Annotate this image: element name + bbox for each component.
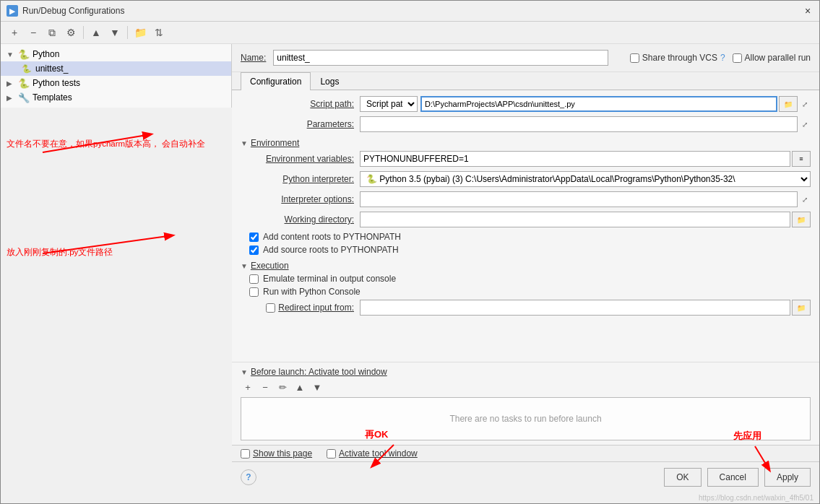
share-vcs-label: Share through VCS ? [630,53,725,63]
svg-line-1 [43,134,151,152]
name-row: Name: Share through VCS ? Allow parallel… [232,44,819,72]
script-path-input[interactable] [420,96,777,112]
env-vars-browse-button[interactable]: ≡ [792,151,811,167]
before-launch-title: Before launch: Activate tool window [251,367,387,377]
cancel-button[interactable]: Cancel [707,468,759,487]
working-dir-row: Working directory: 📁 [241,212,811,227]
show-options-checkbox[interactable] [241,449,250,459]
exec-section-arrow[interactable]: ▼ [241,262,248,270]
interpreter-options-expand[interactable]: ⤢ [799,194,811,205]
app-icon: ▶ [7,5,18,17]
tree-item-python-tests[interactable]: ▶ 🐍 Python tests [1,76,231,90]
before-launch-header: ▼ Before launch: Activate tool window [241,367,811,377]
python-interpreter-row: Python interpreter: 🐍 Python 3.5 (pybai)… [241,171,811,187]
add-content-roots-checkbox[interactable] [249,233,259,242]
parameters-input[interactable] [360,116,798,132]
redirect-input-browse[interactable]: 📁 [792,300,811,316]
apply-button[interactable]: Apply [764,468,811,487]
watermark: https://blog.csdn.net/walxin_4fh5/01 [1,492,819,503]
exec-section-title: Execution [251,261,289,271]
ok-button[interactable]: OK [664,468,701,487]
annotation-path-note: 放入刚刚复制的.py文件路径 [7,246,113,258]
expand-icon-templates: ▶ [7,94,15,102]
activate-toolwindow-label: Activate tool window [327,448,418,459]
name-label: Name: [241,53,266,63]
folder-button[interactable]: 📁 [132,25,148,40]
allow-parallel-label: Allow parallel run [733,53,811,63]
add-source-roots-checkbox[interactable] [249,246,259,255]
redirect-input-field[interactable] [360,300,790,316]
add-source-roots-row: Add source roots to PYTHONPATH [249,245,811,255]
add-source-roots-label: Add source roots to PYTHONPATH [263,245,399,255]
working-dir-browse-button[interactable]: 📁 [792,212,811,227]
footer-right: OK Cancel Apply 先应用 [664,468,811,487]
script-type-select[interactable]: Script path Module name [360,96,418,112]
templates-icon: 🔧 [18,92,30,103]
working-dir-input[interactable] [360,212,790,227]
bl-remove-button[interactable]: − [258,380,272,394]
help-button[interactable]: ? [241,469,256,485]
templates-label: Templates [33,92,72,103]
emulate-terminal-row: Emulate terminal in output console [249,274,811,284]
window-title: Run/Debug Configurations [22,6,124,16]
config-tabs: Configuration Logs [232,72,819,90]
bl-up-button[interactable]: ▲ [293,380,307,394]
script-path-browse-button[interactable]: 📁 [779,96,798,112]
activate-toolwindow-checkbox[interactable] [327,449,336,459]
annotation-file-note: 文件名不要在意，如果pycharm版本高， 会自动补全 [7,138,205,150]
expand-icon-python: ▼ [7,51,15,58]
parameters-row: Parameters: ⤢ [241,116,811,132]
settings-button[interactable]: ⚙ [63,25,79,40]
bl-down-button[interactable]: ▼ [310,380,324,394]
share-vcs-checkbox[interactable] [630,53,639,63]
tree-item-python[interactable]: ▼ 🐍 Python [1,47,231,61]
left-panel: ▼ 🐍 Python 🐍 unittest_ ▶ 🐍 Python tests [1,44,232,108]
add-config-button[interactable]: + [7,25,22,40]
script-path-row: Script path: Script path Module name 📁 ⤢ [241,96,811,112]
env-vars-label: Environment variables: [241,154,360,164]
working-dir-label: Working directory: [241,214,360,225]
config-tree[interactable]: ▼ 🐍 Python 🐍 unittest_ ▶ 🐍 Python tests [1,44,231,108]
python-group-label: Python [33,49,59,59]
copy-config-button[interactable]: ⧉ [44,25,60,40]
move-down-button[interactable]: ▼ [107,25,123,40]
python-interpreter-select[interactable]: 🐍 Python 3.5 (pybai) (3) C:\Users\Admini… [360,171,811,187]
config-area: Script path: Script path Module name 📁 ⤢… [232,90,819,362]
bl-edit-button[interactable]: ✏ [275,380,290,394]
parameters-expand-button[interactable]: ⤢ [799,118,811,130]
tab-logs[interactable]: Logs [311,72,348,90]
tree-item-unittest[interactable]: 🐍 unittest_ [1,61,231,76]
interpreter-options-input[interactable] [360,191,798,207]
env-section-title: Environment [251,138,299,148]
main-content: ▼ 🐍 Python 🐍 unittest_ ▶ 🐍 Python tests [1,44,819,492]
name-input[interactable] [273,50,608,66]
env-section-arrow[interactable]: ▼ [241,139,248,147]
interpreter-options-label: Interpreter options: [241,194,360,204]
emulate-terminal-checkbox[interactable] [249,274,259,284]
env-vars-input[interactable] [360,151,790,167]
right-panel: Name: Share through VCS ? Allow parallel… [232,44,819,492]
execution-section-header: ▼ Execution [241,261,811,271]
allow-parallel-checkbox[interactable] [733,53,742,63]
script-path-expand-button[interactable]: ⤢ [799,98,811,110]
tree-item-templates[interactable]: ▶ 🔧 Templates [1,90,231,105]
left-panel-wrapper: ▼ 🐍 Python 🐍 unittest_ ▶ 🐍 Python tests [1,44,232,492]
sort-button[interactable]: ⇅ [151,25,167,40]
before-launch-arrow[interactable]: ▼ [241,368,248,376]
redirect-input-checkbox[interactable] [266,303,275,313]
bl-add-button[interactable]: + [241,380,255,394]
redirect-input-left: Redirect input from: [241,303,360,313]
close-button[interactable]: × [802,5,813,17]
remove-config-button[interactable]: − [25,25,41,40]
python-group-icon: 🐍 [18,48,30,60]
dialog-footer: ? 再OK [232,461,819,492]
python-tests-label: Python tests [33,78,80,88]
unittest-label: unittest_ [35,64,68,74]
tab-configuration[interactable]: Configuration [241,72,311,90]
toolbar: + − ⧉ ⚙ ▲ ▼ 📁 ⇅ [1,22,819,44]
before-launch-section: ▼ Before launch: Activate tool window + … [232,362,819,445]
environment-section-header: ▼ Environment [241,138,811,148]
move-up-button[interactable]: ▲ [88,25,104,40]
run-python-console-checkbox[interactable] [249,287,259,297]
title-bar: ▶ Run/Debug Configurations × [1,1,819,22]
